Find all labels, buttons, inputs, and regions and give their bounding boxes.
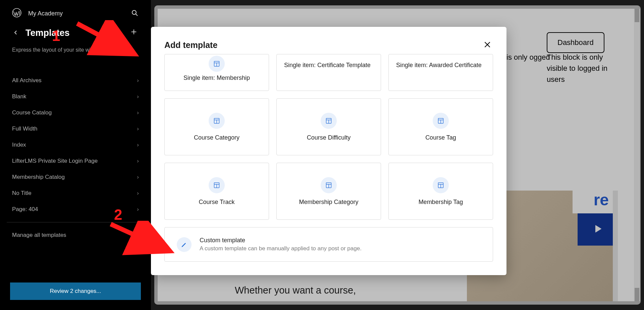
- card-label: Course Category: [194, 134, 239, 141]
- sidebar-item-label: Membership Catalog: [12, 174, 65, 180]
- sidebar-top: My Academy: [0, 0, 151, 27]
- chevron-right-icon: ›: [137, 232, 139, 239]
- add-template-modal: Add template Single item: Membership Sin…: [151, 27, 506, 275]
- chevron-right-icon: ›: [137, 125, 139, 132]
- card-label: Single item: Certificate Template: [284, 62, 371, 69]
- template-card-course-track[interactable]: Course Track: [164, 163, 269, 220]
- sidebar-item-no-title[interactable]: No Title›: [7, 185, 144, 201]
- card-label: Membership Category: [299, 199, 358, 206]
- chevron-right-icon: ›: [137, 142, 139, 148]
- template-card-single-awarded-certificate[interactable]: Single item: Awarded Certificate: [388, 54, 493, 91]
- card-label: Course Difficulty: [307, 134, 351, 141]
- sidebar-item-label: Manage all templates: [12, 232, 66, 239]
- sidebar-item-page-404[interactable]: Page: 404›: [7, 201, 144, 217]
- sidebar-item-manage-all[interactable]: Manage all templates›: [7, 227, 144, 243]
- chevron-right-icon: ›: [137, 158, 139, 164]
- layout-icon: [209, 177, 225, 193]
- layout-icon: [321, 177, 337, 193]
- sidebar-item-label: Full Width: [12, 125, 38, 132]
- modal-title: Add template: [164, 40, 217, 50]
- chevron-right-icon: ›: [137, 190, 139, 197]
- card-label: Course Tag: [425, 134, 456, 141]
- add-template-button[interactable]: [129, 27, 139, 39]
- template-card-course-difficulty[interactable]: Course Difficulty: [276, 98, 381, 155]
- sidebar-item-label: Page: 404: [12, 206, 38, 213]
- chevron-left-icon: [13, 32, 19, 37]
- chevron-right-icon: ›: [137, 77, 139, 84]
- layout-icon: [433, 177, 449, 193]
- sidebar-item-full-width[interactable]: Full Width›: [7, 121, 144, 137]
- svg-line-2: [136, 14, 138, 16]
- nav-header: Templates: [12, 27, 139, 39]
- page-description: Express the layout of your site with tem…: [12, 47, 139, 54]
- close-button[interactable]: [482, 39, 493, 51]
- custom-template-title: Custom template: [200, 237, 362, 244]
- template-list: All Archives› Blank› Course Catalog› Ful…: [0, 72, 151, 274]
- sidebar-item-all-archives[interactable]: All Archives›: [7, 72, 144, 89]
- search-button[interactable]: [131, 9, 139, 18]
- sidebar-item-label: Course Catalog: [12, 109, 52, 116]
- separator: [7, 222, 144, 222]
- sidebar-item-course-catalog[interactable]: Course Catalog›: [7, 105, 144, 121]
- card-label: Membership Tag: [419, 199, 463, 206]
- chevron-right-icon: ›: [137, 206, 139, 213]
- template-card-course-category[interactable]: Course Category: [164, 98, 269, 155]
- template-card-custom[interactable]: Custom template A custom template can be…: [164, 227, 493, 262]
- template-card-membership-tag[interactable]: Membership Tag: [388, 163, 493, 220]
- chevron-right-icon: ›: [137, 93, 139, 100]
- sidebar-item-index[interactable]: Index›: [7, 137, 144, 153]
- close-icon: [483, 45, 492, 50]
- layout-icon: [433, 113, 449, 129]
- sidebar-item-label: All Archives: [12, 77, 42, 84]
- layout-icon: [209, 56, 225, 72]
- sidebar: My Academy Templates: [0, 0, 151, 310]
- custom-template-description: A custom template can be manually applie…: [200, 245, 362, 252]
- sidebar-item-label: Index: [12, 142, 26, 148]
- page-title: Templates: [25, 28, 70, 38]
- back-button[interactable]: [12, 29, 19, 37]
- template-card-course-tag[interactable]: Course Tag: [388, 98, 493, 155]
- template-card-single-certificate-template[interactable]: Single item: Certificate Template: [276, 54, 381, 91]
- sidebar-item-label: LifterLMS Private Site Login Page: [12, 158, 98, 164]
- sidebar-item-label: Blank: [12, 93, 26, 100]
- wordpress-logo-icon[interactable]: [12, 8, 21, 19]
- review-changes-button[interactable]: Review 2 changes...: [10, 282, 141, 300]
- card-label: Single item: Membership: [183, 74, 250, 82]
- chevron-right-icon: ›: [137, 174, 139, 180]
- sidebar-item-login-page[interactable]: LifterLMS Private Site Login Page›: [7, 153, 144, 169]
- template-card-single-membership[interactable]: Single item: Membership: [164, 54, 269, 91]
- template-card-membership-category[interactable]: Membership Category: [276, 163, 381, 220]
- pencil-icon: [177, 237, 192, 252]
- plus-icon: [130, 28, 138, 37]
- sidebar-item-blank[interactable]: Blank›: [7, 89, 144, 105]
- chevron-right-icon: ›: [137, 109, 139, 116]
- card-label: Single item: Awarded Certificate: [396, 62, 482, 69]
- sidebar-item-label: No Title: [12, 190, 32, 197]
- site-title[interactable]: My Academy: [28, 10, 63, 17]
- card-label: Course Track: [199, 199, 234, 206]
- sidebar-item-membership-catalog[interactable]: Membership Catalog›: [7, 169, 144, 185]
- layout-icon: [209, 113, 225, 129]
- search-icon: [131, 13, 139, 18]
- layout-icon: [321, 113, 337, 129]
- svg-point-1: [132, 10, 136, 14]
